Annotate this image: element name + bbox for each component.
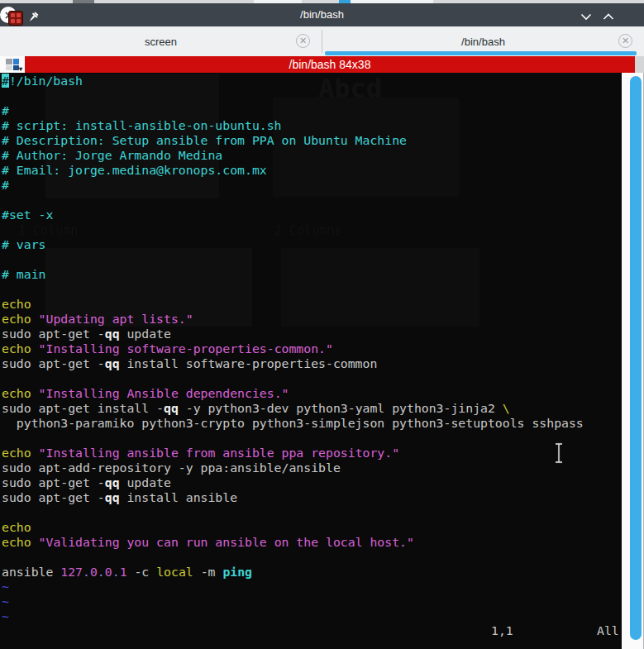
code-line: sudo apt-get -qq update: [2, 327, 622, 341]
tab-screen[interactable]: screen ✕: [0, 26, 322, 56]
screen-banner-row: ▾ /bin/bash 84x38: [0, 56, 644, 73]
code-line: [2, 371, 622, 386]
chevron-up-icon: [603, 13, 614, 21]
terminal-content[interactable]: #!/bin/bash## script: install-ansible-on…: [2, 74, 622, 624]
code-line: ansible 127.0.0.1 -c local -m ping: [2, 565, 622, 580]
code-line: echo "Installing software-properties-com…: [2, 341, 622, 356]
code-line: sudo apt-get -qq update: [2, 475, 622, 490]
code-line: echo "Updating apt lists.": [2, 312, 622, 327]
dropdown-arrow-icon: ▾: [19, 65, 22, 73]
code-line: [2, 550, 622, 565]
code-line: sudo apt-add-repository -y ppa:ansible/a…: [2, 461, 622, 475]
code-line: echo: [2, 297, 622, 312]
code-line: [2, 252, 622, 267]
code-line: ~: [2, 580, 622, 594]
code-line: echo "Installing Ansible dependencies.": [2, 386, 622, 401]
code-line: #: [2, 103, 622, 118]
code-line: [2, 431, 622, 446]
cursor-position: 1,1: [491, 623, 513, 638]
vim-status-line: 1,1 All: [0, 623, 622, 638]
code-line: [2, 88, 622, 103]
code-line: python3-paramiko python3-crypto python3-…: [2, 416, 622, 431]
tab-close-icon[interactable]: ✕: [618, 34, 632, 48]
scroll-indicator: All: [597, 623, 619, 638]
konsole-window: /bin/bash screen ✕ /bin/bash ✕: [0, 0, 644, 649]
active-tab-underline: [325, 51, 637, 55]
code-line: echo "Validating you can run ansible on …: [2, 535, 622, 550]
terminal-viewport[interactable]: Abcd 1 Column 2 Columns #!/bin/bash## sc…: [0, 73, 622, 649]
code-line: # main: [2, 267, 622, 282]
code-line: ~: [2, 594, 622, 609]
code-line: [2, 282, 622, 297]
minimize-button[interactable]: [576, 7, 596, 26]
code-line: # Email: jorge.medina@kronops.com.mx: [2, 163, 622, 178]
code-line: # Author: Jorge Armando Medina: [2, 148, 622, 163]
code-line: ~: [2, 609, 622, 624]
tab-label: /bin/bash: [461, 36, 505, 48]
screen-title-banner: /bin/bash 84x38: [25, 56, 635, 73]
tab-bin-bash[interactable]: /bin/bash ✕: [322, 26, 644, 56]
maximize-button[interactable]: [599, 7, 618, 26]
code-line: #set -x: [2, 208, 622, 222]
code-line: #: [2, 178, 622, 193]
tab-close-icon[interactable]: ✕: [296, 34, 310, 48]
code-line: sudo apt-get install -qq -y python3-dev …: [2, 401, 622, 416]
code-line: [2, 222, 622, 237]
banner-right-filler: [635, 56, 644, 73]
code-line: # vars: [2, 237, 622, 252]
code-line: #!/bin/bash: [2, 74, 622, 88]
code-line: sudo apt-get -qq install ansible: [2, 490, 622, 505]
scrollbar-thumb[interactable]: [630, 76, 642, 640]
code-line: # Description: Setup ansible from PPA on…: [2, 133, 622, 148]
window-title: /bin/bash: [0, 3, 644, 26]
code-line: # script: install-ansible-on-ubuntu.sh: [2, 118, 622, 133]
window-list-icon: ▾: [6, 59, 19, 70]
banner-icon-box[interactable]: ▾: [0, 56, 25, 73]
code-line: sudo apt-get -qq install software-proper…: [2, 356, 622, 371]
scrollbar-track[interactable]: [622, 73, 644, 649]
chevron-down-icon: [580, 13, 592, 21]
code-line: echo: [2, 520, 622, 535]
code-line: [2, 505, 622, 520]
code-line: [2, 193, 622, 208]
code-line: echo "Installing ansible from ansible pp…: [2, 446, 622, 461]
tab-label: screen: [145, 36, 177, 48]
titlebar[interactable]: /bin/bash: [0, 3, 644, 26]
mouse-ibeam-cursor: [552, 442, 565, 464]
tab-bar: screen ✕ /bin/bash ✕: [0, 26, 644, 56]
